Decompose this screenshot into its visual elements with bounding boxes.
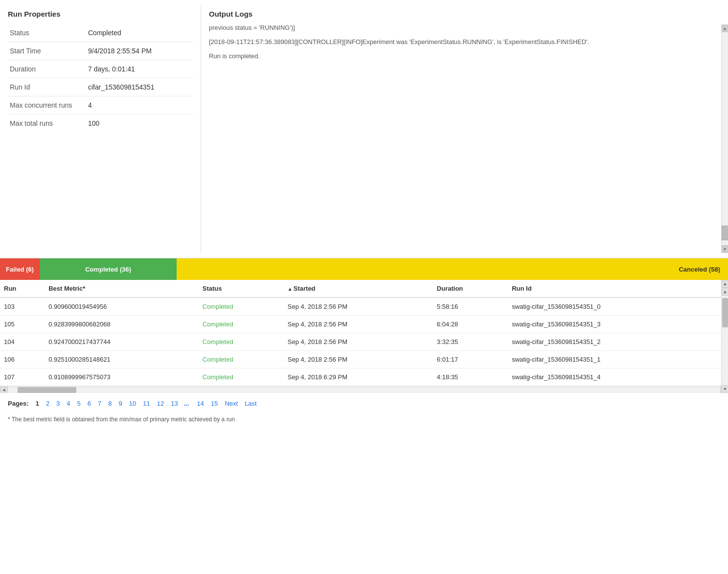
cell-bestMetric: 0.9283999800682068 [45, 316, 199, 333]
log-line: [2018-09-11T21:57:36.389083][CONTROLLER]… [209, 37, 716, 47]
cell-status: Completed [199, 333, 284, 351]
output-logs-panel: Output Logs previous status = 'RUNNING')… [201, 5, 728, 253]
table-scroll-up2[interactable]: ▲ [722, 288, 728, 296]
cell-runId: swatig-cifar_1536098154351_2 [508, 333, 721, 351]
prop-label: Max concurrent runs [8, 96, 86, 115]
log-content[interactable]: previous status = 'RUNNING')][2018-09-11… [209, 23, 720, 248]
hscroll-left[interactable]: ◄ [0, 387, 8, 393]
prop-value: 9/4/2018 2:55:54 PM [86, 42, 193, 60]
cell-duration: 5:58:16 [433, 298, 508, 316]
page-link-10[interactable]: 10 [126, 399, 139, 408]
cell-status: Completed [199, 298, 284, 316]
scroll-down-btn[interactable]: ▼ [722, 245, 728, 253]
cell-duration: 6:01:17 [433, 351, 508, 368]
col-header-runId: Run Id [508, 280, 721, 298]
col-header-status: Status [199, 280, 284, 298]
property-row: Max concurrent runs4 [8, 96, 193, 115]
page-link-1[interactable]: 1 [33, 399, 42, 408]
cell-run: 103 [0, 298, 45, 316]
page-link-9[interactable]: 9 [116, 399, 125, 408]
status-failed: Failed (6) [0, 258, 40, 280]
page-link-14[interactable]: 14 [194, 399, 206, 408]
prop-value: 100 [86, 115, 193, 133]
cell-runId: swatig-cifar_1536098154351_3 [508, 316, 721, 333]
page-link-5[interactable]: 5 [74, 399, 84, 408]
pagination: Pages: 12345678910111213...1415NextLast [0, 393, 728, 414]
scroll-thumb-table [722, 298, 728, 327]
page-link-4[interactable]: 4 [64, 399, 73, 408]
page-link-8[interactable]: 8 [105, 399, 114, 408]
cell-status: Completed [199, 368, 284, 386]
table-scroll-down[interactable]: ▼ [722, 385, 728, 393]
cell-status: Completed [199, 316, 284, 333]
run-properties-title: Run Properties [8, 10, 193, 18]
sort-arrow-icon: ▲ [288, 286, 293, 292]
page-link-7[interactable]: 7 [95, 399, 104, 408]
hscroll-thumb [18, 387, 76, 393]
cell-started: Sep 4, 2018 2:56 PM [284, 351, 433, 368]
cell-duration: 6:04:28 [433, 316, 508, 333]
col-header-duration: Duration [433, 280, 508, 298]
property-row: Start Time9/4/2018 2:55:54 PM [8, 42, 193, 60]
page-link-15[interactable]: 15 [208, 399, 221, 408]
horizontal-scrollbar[interactable]: ◄ ► [0, 386, 728, 393]
prop-value: 7 days, 0:01:41 [86, 60, 193, 78]
page-link-11[interactable]: 11 [140, 399, 153, 408]
cell-duration: 4:18:35 [433, 368, 508, 386]
scroll-up-btn[interactable]: ▲ [722, 24, 728, 32]
scroll-track [722, 32, 728, 245]
col-header-bestMetric: Best Metric* [45, 280, 199, 298]
page-link-12[interactable]: 12 [154, 399, 167, 408]
cell-started: Sep 4, 2018 2:56 PM [284, 333, 433, 351]
page-link-3[interactable]: 3 [53, 399, 63, 408]
hscroll-track [8, 387, 720, 393]
prop-label: Start Time [8, 42, 86, 60]
run-properties-panel: Run Properties StatusCompletedStart Time… [0, 5, 201, 253]
prop-label: Duration [8, 60, 86, 78]
table-scroll-up[interactable]: ▲ [722, 280, 728, 288]
table-area: RunBest Metric*Status▲StartedDurationRun… [0, 280, 728, 393]
cell-started: Sep 4, 2018 2:56 PM [284, 298, 433, 316]
cell-runId: swatig-cifar_1536098154351_4 [508, 368, 721, 386]
prop-label: Status [8, 24, 86, 42]
col-header-started[interactable]: ▲Started [284, 280, 433, 298]
cell-runId: swatig-cifar_1536098154351_1 [508, 351, 721, 368]
output-logs-title: Output Logs [209, 10, 720, 18]
table-row: 1030.909600019454956CompletedSep 4, 2018… [0, 298, 721, 316]
properties-table: StatusCompletedStart Time9/4/2018 2:55:5… [8, 24, 193, 132]
status-bar: Failed (6) Completed (36) Canceled (58) [0, 258, 728, 280]
property-row: StatusCompleted [8, 24, 193, 42]
cell-started: Sep 4, 2018 6:29 PM [284, 368, 433, 386]
scroll-thumb [722, 226, 728, 240]
property-row: Run Idcifar_1536098154351 [8, 78, 193, 96]
log-scrollbar[interactable]: ▲ ▼ [721, 24, 728, 253]
right-scrollbar[interactable]: ▲ ▲ ▼ [721, 280, 728, 393]
footnote: * The best metric field is obtained from… [0, 414, 728, 427]
runs-table: RunBest Metric*Status▲StartedDurationRun… [0, 280, 721, 386]
pagination-last[interactable]: Last [242, 399, 260, 408]
pages-label: Pages: [8, 400, 29, 407]
cell-run: 107 [0, 368, 45, 386]
property-row: Max total runs100 [8, 115, 193, 133]
table-row: 1050.9283999800682068CompletedSep 4, 201… [0, 316, 721, 333]
prop-label: Run Id [8, 78, 86, 96]
cell-status: Completed [199, 351, 284, 368]
cell-duration: 3:32:35 [433, 333, 508, 351]
status-completed: Completed (36) [40, 258, 177, 280]
log-line: Run is completed. [209, 51, 716, 62]
log-line: previous status = 'RUNNING')] [209, 23, 716, 33]
prop-value: 4 [86, 96, 193, 115]
cell-bestMetric: 0.9247000217437744 [45, 333, 199, 351]
top-section: Run Properties StatusCompletedStart Time… [0, 0, 728, 258]
pagination-ellipsis: ... [182, 399, 191, 408]
table-row: 1070.9108999967575073CompletedSep 4, 201… [0, 368, 721, 386]
cell-bestMetric: 0.909600019454956 [45, 298, 199, 316]
page-link-13[interactable]: 13 [168, 399, 181, 408]
table-row: 1040.9247000217437744CompletedSep 4, 201… [0, 333, 721, 351]
page-link-6[interactable]: 6 [85, 399, 94, 408]
pagination-next[interactable]: Next [222, 399, 241, 408]
cell-bestMetric: 0.9108999967575073 [45, 368, 199, 386]
table-row: 1060.9251000285148621CompletedSep 4, 201… [0, 351, 721, 368]
cell-run: 105 [0, 316, 45, 333]
page-link-2[interactable]: 2 [43, 399, 52, 408]
